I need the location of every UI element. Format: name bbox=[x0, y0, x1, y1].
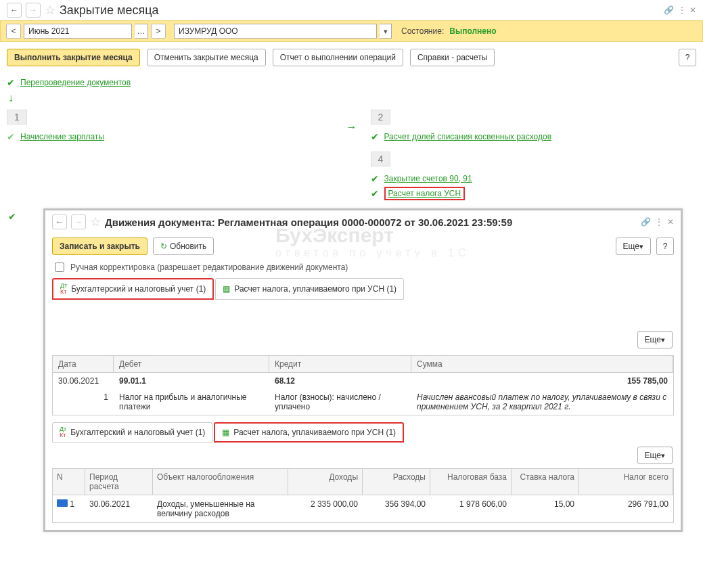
col-period: Период расчета bbox=[85, 469, 153, 495]
check-icon: ✔ bbox=[371, 131, 379, 142]
tabs-top: ДтКт Бухгалтерский и налоговый учет (1) … bbox=[45, 278, 681, 300]
payroll-link[interactable]: Начисление зарплаты bbox=[20, 132, 104, 141]
stage-1-number: 1 bbox=[7, 110, 27, 125]
stages-row-2: 4 ✔ Закрытие счетов 90, 91 ✔ Расчет нало… bbox=[0, 152, 703, 203]
cancel-closing-button[interactable]: Отменить закрытие месяца bbox=[147, 49, 266, 66]
favorite-star-icon[interactable]: ☆ bbox=[45, 3, 55, 18]
col-tax-total: Налог всего bbox=[579, 469, 673, 495]
col-object: Объект налогообложения bbox=[153, 469, 288, 495]
operations-report-button[interactable]: Отчет о выполнении операций bbox=[273, 49, 403, 66]
usn-tax-link[interactable]: Расчет налога УСН bbox=[388, 189, 461, 198]
tab-accounting-bottom[interactable]: ДтКт Бухгалтерский и налоговый учет (1) bbox=[52, 422, 212, 443]
link-icon[interactable]: 🔗 bbox=[664, 5, 674, 15]
col-date: Дата bbox=[53, 356, 114, 372]
check-icon: ✔ bbox=[7, 131, 15, 142]
state-label: Состояние: bbox=[401, 26, 444, 36]
tab-usn-calc[interactable]: ▦ Расчет налога, уплачиваемого при УСН (… bbox=[215, 278, 404, 300]
organization-dropdown-button[interactable]: ▾ bbox=[380, 24, 392, 39]
help-button[interactable]: ? bbox=[656, 238, 674, 255]
check-icon: ✔ bbox=[7, 77, 15, 88]
repost-documents-link[interactable]: Перепроведение документов bbox=[20, 78, 131, 87]
col-tax-base: Налоговая база bbox=[430, 469, 512, 495]
tab-usn-calc-bottom[interactable]: ▦ Расчет налога, уплачиваемого при УСН (… bbox=[214, 422, 404, 443]
main-toolbar: Выполнить закрытие месяца Отменить закры… bbox=[0, 42, 703, 73]
references-button[interactable]: Справки - расчеты bbox=[410, 49, 495, 66]
period-picker-button[interactable]: … bbox=[135, 24, 148, 39]
table-row[interactable]: 1 Налог на прибыль и аналогичные платежи… bbox=[53, 389, 673, 415]
close-icon[interactable]: ✕ bbox=[667, 217, 674, 227]
tab-accounting[interactable]: ДтКт Бухгалтерский и налоговый учет (1) bbox=[52, 278, 214, 300]
right-arrow-icon: → bbox=[346, 121, 357, 133]
accounting-entries-table: Дата Дебет Кредит Сумма 30.06.2021 99.01… bbox=[52, 355, 674, 415]
modal-nav-back-button[interactable]: ← bbox=[52, 214, 67, 229]
period-bar: < Июнь 2021 … > ИЗУМРУД ООО ▾ Состояние:… bbox=[0, 20, 703, 42]
indirect-costs-link[interactable]: Расчет долей списания косвенных расходов bbox=[384, 132, 552, 141]
more-button-table2[interactable]: Еще ▾ bbox=[637, 447, 673, 464]
stage-1: 1 ✔ Начисление зарплаты bbox=[7, 110, 333, 145]
usn-calc-table: N Период расчета Объект налогообложения … bbox=[52, 468, 674, 523]
col-expenses: Расходы bbox=[363, 469, 430, 495]
col-debit: Дебет bbox=[114, 356, 269, 372]
record-icon bbox=[57, 499, 68, 507]
more-vert-icon[interactable]: ⋮ bbox=[678, 5, 685, 15]
more-button[interactable]: Еще ▾ bbox=[616, 238, 651, 255]
save-and-close-button[interactable]: Записать и закрыть bbox=[52, 238, 148, 255]
stage-4-number: 4 bbox=[371, 152, 391, 166]
period-field[interactable]: Июнь 2021 bbox=[24, 24, 132, 39]
grid-icon: ▦ bbox=[223, 284, 230, 294]
favorite-star-icon[interactable]: ☆ bbox=[90, 214, 101, 229]
check-icon: ✔ bbox=[371, 188, 379, 199]
table-row[interactable]: 1 30.06.2021 Доходы, уменьшенные на вели… bbox=[53, 495, 673, 522]
col-credit: Кредит bbox=[269, 356, 411, 372]
refresh-button[interactable]: ↻Обновить bbox=[153, 238, 214, 255]
refresh-icon: ↻ bbox=[160, 242, 167, 251]
down-arrow-icon: ↓ bbox=[8, 92, 695, 104]
document-movements-modal: ← → ☆ Движения документа: Регламентная о… bbox=[43, 208, 683, 532]
tabs-bottom: ДтКт Бухгалтерский и налоговый учет (1) … bbox=[45, 422, 681, 443]
col-sum: Сумма bbox=[411, 356, 673, 372]
period-next-button[interactable]: > bbox=[151, 24, 166, 39]
organization-field[interactable]: ИЗУМРУД ООО bbox=[174, 24, 377, 39]
nav-forward-button[interactable]: → bbox=[26, 3, 41, 18]
main-titlebar: ← → ☆ Закрытие месяца 🔗 ⋮ ✕ bbox=[0, 0, 703, 20]
stage-4: 4 ✔ Закрытие счетов 90, 91 ✔ Расчет нало… bbox=[371, 152, 697, 203]
stages-row-1: 1 ✔ Начисление зарплаты → 2 ✔ Расчет дол… bbox=[0, 110, 703, 145]
modal-nav-forward-button[interactable]: → bbox=[71, 214, 86, 229]
link-icon[interactable]: 🔗 bbox=[641, 217, 651, 227]
execute-closing-button[interactable]: Выполнить закрытие месяца bbox=[7, 49, 140, 66]
stage-2: 2 ✔ Расчет долей списания косвенных расх… bbox=[371, 110, 697, 145]
modal-toolbar: Записать и закрыть ↻Обновить Еще ▾ ? bbox=[45, 233, 681, 259]
manual-correction-checkbox[interactable]: Ручная корректировка (разрешает редактир… bbox=[45, 259, 681, 275]
state-value: Выполнено bbox=[449, 26, 496, 36]
stage-2-number: 2 bbox=[371, 110, 391, 125]
more-vert-icon[interactable]: ⋮ bbox=[655, 217, 663, 227]
close-icon[interactable]: ✕ bbox=[689, 5, 696, 15]
check-icon: ✔ bbox=[8, 211, 16, 222]
col-income: Доходы bbox=[288, 469, 363, 495]
col-rate: Ставка налога bbox=[512, 469, 579, 495]
period-prev-button[interactable]: < bbox=[6, 24, 21, 39]
help-button[interactable]: ? bbox=[679, 49, 696, 66]
manual-correction-input[interactable] bbox=[55, 263, 64, 272]
close-90-91-link[interactable]: Закрытие счетов 90, 91 bbox=[384, 174, 472, 183]
modal-titlebar: ← → ☆ Движения документа: Регламентная о… bbox=[45, 210, 681, 233]
dtkt-icon: ДтКт bbox=[60, 283, 67, 295]
grid-icon: ▦ bbox=[222, 428, 229, 437]
col-n: N bbox=[53, 469, 85, 495]
modal-title: Движения документа: Регламентная операци… bbox=[105, 217, 512, 228]
main-window: ← → ☆ Закрытие месяца 🔗 ⋮ ✕ < Июнь 2021 … bbox=[0, 0, 703, 539]
nav-back-button[interactable]: ← bbox=[7, 3, 22, 18]
main-title: Закрытие месяца bbox=[60, 3, 158, 18]
check-icon: ✔ bbox=[371, 173, 379, 184]
repost-section: ✔ Перепроведение документов ↓ bbox=[0, 77, 703, 104]
more-button-table1[interactable]: Еще ▾ bbox=[637, 331, 673, 348]
table-row[interactable]: 30.06.2021 99.01.1 68.12 155 785,00 bbox=[53, 373, 673, 389]
dtkt-icon: ДтКт bbox=[60, 426, 66, 438]
